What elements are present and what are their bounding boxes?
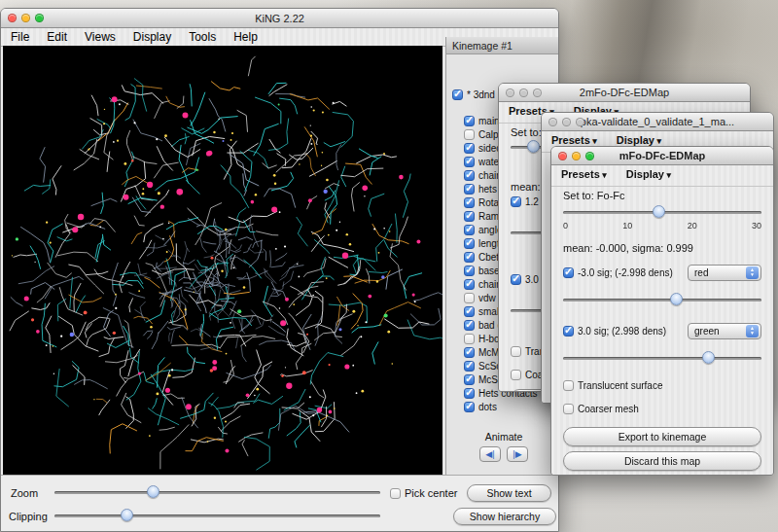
level-slider-thumb[interactable] xyxy=(653,205,665,218)
pos-color-select[interactable]: green xyxy=(688,323,761,339)
window-controls xyxy=(1,14,51,22)
map-stats: mean: xyxy=(511,181,541,193)
pos-contour-checkbox[interactable] xyxy=(563,326,574,337)
checkbox[interactable] xyxy=(464,116,475,126)
edmap-mfo-titlebar[interactable]: mFo-DFc-EDMap xyxy=(551,147,773,165)
neg-contour-checkbox[interactable] xyxy=(563,267,574,278)
contour-checkbox[interactable] xyxy=(511,274,521,285)
zoom-button[interactable] xyxy=(576,118,584,126)
animate-controls: Animate ◀| |▶ xyxy=(452,431,555,462)
zoom-slider-track[interactable] xyxy=(54,491,380,494)
checkbox[interactable] xyxy=(464,320,475,331)
display-menu[interactable]: Display xyxy=(626,168,671,180)
checkbox[interactable] xyxy=(464,238,475,249)
sidebar-root-label: * 3dnd xyxy=(467,89,495,100)
window-title: KiNG 2.22 xyxy=(1,13,558,24)
checkbox[interactable] xyxy=(464,347,475,358)
checkbox[interactable] xyxy=(464,184,475,195)
export-kinemage-button[interactable]: Export to kinemage xyxy=(563,427,761,446)
checkbox[interactable] xyxy=(464,334,475,344)
presets-menu[interactable]: Presets xyxy=(561,168,607,180)
checkbox[interactable] xyxy=(464,143,475,154)
translucent-checkbox[interactable] xyxy=(511,346,521,357)
checkbox[interactable] xyxy=(464,197,475,208)
bottom-controls: Zoom Pick center Show text Clipping Show… xyxy=(1,475,558,531)
zoom-label: Zoom xyxy=(11,487,38,499)
checkbox[interactable] xyxy=(464,293,475,303)
coarser-mesh-checkbox[interactable] xyxy=(563,404,574,414)
close-button[interactable] xyxy=(548,118,557,126)
clipping-slider[interactable] xyxy=(54,509,380,522)
king-window: KiNG 2.22 File Edit Views Display Tools … xyxy=(0,8,559,532)
checkbox[interactable] xyxy=(464,252,475,263)
coarser-mesh-row[interactable]: Coarser mesh xyxy=(563,404,761,414)
checkbox[interactable] xyxy=(464,266,475,276)
animate-next-button[interactable]: |▶ xyxy=(507,446,528,462)
zoom-button[interactable] xyxy=(35,14,44,22)
display-menu[interactable]: Display xyxy=(617,134,661,146)
checkbox[interactable] xyxy=(464,157,475,167)
level-slider[interactable] xyxy=(563,205,761,219)
sidebar-item[interactable]: dots xyxy=(452,400,555,413)
checkbox[interactable] xyxy=(464,306,475,317)
checkbox[interactable] xyxy=(464,402,475,412)
edmap-mfo-window: mFo-DFc-EDMap Presets Display Set to: Fo… xyxy=(550,146,774,476)
menu-views[interactable]: Views xyxy=(85,30,116,44)
level-slider-thumb[interactable] xyxy=(527,140,540,153)
clipping-label: Clipping xyxy=(9,511,48,522)
zoom-slider[interactable] xyxy=(54,485,380,499)
checkbox[interactable] xyxy=(464,374,475,385)
minimize-button[interactable] xyxy=(21,14,30,22)
checkbox[interactable] xyxy=(464,225,475,235)
edmap-2mfo-titlebar[interactable]: 2mFo-DFc-EDMap xyxy=(499,84,750,102)
clipping-slider-track[interactable] xyxy=(54,514,380,517)
king-titlebar[interactable]: KiNG 2.22 xyxy=(1,9,558,28)
pick-center-row[interactable]: Pick center xyxy=(390,487,457,499)
neg-contour-slider[interactable] xyxy=(563,293,761,306)
presets-menu[interactable]: Presets xyxy=(551,134,597,146)
clipping-slider-thumb[interactable] xyxy=(121,509,133,521)
neg-contour-slider-track[interactable] xyxy=(563,299,761,301)
neg-color-select[interactable]: red xyxy=(688,265,761,281)
show-hierarchy-button[interactable]: Show hierarchy xyxy=(453,508,556,525)
close-button[interactable] xyxy=(8,14,17,22)
menu-file[interactable]: File xyxy=(11,30,29,44)
checkbox[interactable] xyxy=(452,89,463,100)
translucent-checkbox[interactable] xyxy=(563,380,574,391)
translucent-row[interactable]: Translucent surface xyxy=(563,380,761,391)
minimize-button[interactable] xyxy=(519,89,528,97)
coarser-mesh-checkbox[interactable] xyxy=(511,370,521,380)
menu-tools[interactable]: Tools xyxy=(189,30,216,44)
checkbox[interactable] xyxy=(464,279,475,290)
checkbox[interactable] xyxy=(464,170,475,181)
zoom-button[interactable] xyxy=(533,89,542,97)
neg-contour-row: -3.0 sig; (-2.998 dens) red xyxy=(563,264,761,281)
pos-contour-slider-thumb[interactable] xyxy=(702,351,715,364)
pick-center-checkbox[interactable] xyxy=(390,488,401,499)
show-text-button[interactable]: Show text xyxy=(467,484,551,502)
menu-help[interactable]: Help xyxy=(233,30,258,44)
kinemage-panel-header[interactable]: Kinemage #1 xyxy=(446,37,559,54)
zoom-slider-thumb[interactable] xyxy=(147,485,159,498)
level-slider-ticks: 0 10 20 30 xyxy=(563,221,761,231)
minimize-button[interactable] xyxy=(562,118,571,126)
pka-validate-titlebar[interactable]: pka-validate_0_validate_1_ma... xyxy=(542,113,773,131)
pos-contour-slider-track[interactable] xyxy=(563,357,761,360)
neg-contour-slider-thumb[interactable] xyxy=(670,293,683,305)
minimize-button[interactable] xyxy=(572,152,581,160)
menu-edit[interactable]: Edit xyxy=(47,30,67,44)
close-button[interactable] xyxy=(558,152,567,160)
contour-checkbox[interactable] xyxy=(511,196,521,207)
pos-contour-slider[interactable] xyxy=(563,351,761,365)
close-button[interactable] xyxy=(506,89,514,97)
translucent-label: Translucent surface xyxy=(578,380,662,391)
zoom-button[interactable] xyxy=(585,152,594,160)
checkbox[interactable] xyxy=(464,129,475,140)
checkbox[interactable] xyxy=(464,361,475,372)
discard-map-button[interactable]: Discard this map xyxy=(563,451,761,471)
checkbox[interactable] xyxy=(464,388,475,399)
checkbox[interactable] xyxy=(464,211,475,222)
menu-display[interactable]: Display xyxy=(133,30,171,44)
animate-prev-button[interactable]: ◀| xyxy=(479,446,501,462)
molecule-viewport[interactable] xyxy=(3,46,442,478)
